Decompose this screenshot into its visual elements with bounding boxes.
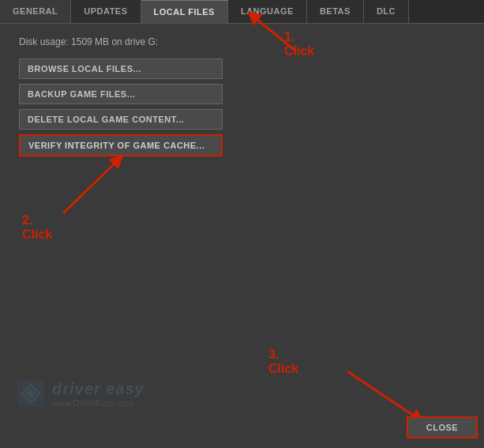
watermark: driver easy www.DriverEasy.com	[16, 378, 144, 408]
backup-game-files-button[interactable]: BACKUP GAME FILES...	[19, 84, 223, 104]
watermark-url: www.DriverEasy.com	[52, 398, 144, 408]
tab-dlc[interactable]: DLC	[364, 0, 409, 23]
watermark-brand: driver easy	[52, 380, 144, 398]
click3-label: 3. Click	[268, 348, 298, 376]
svg-line-5	[347, 371, 418, 419]
watermark-logo-icon	[16, 378, 46, 408]
click2-label: 2. Click	[22, 213, 52, 242]
svg-line-3	[63, 160, 118, 213]
arrow1-icon	[221, 8, 316, 55]
arrow2-icon	[39, 150, 142, 217]
close-button[interactable]: CLOSE	[407, 416, 478, 439]
delete-local-game-content-button[interactable]: DELETE LOCAL GAME CONTENT...	[19, 109, 223, 130]
tab-local-files[interactable]: LOCAL FILES	[141, 0, 228, 23]
tab-updates[interactable]: UPDATES	[71, 0, 141, 23]
watermark-text: driver easy www.DriverEasy.com	[52, 380, 144, 408]
tab-general[interactable]: GENERAL	[0, 0, 71, 23]
svg-line-1	[253, 16, 296, 51]
browse-local-files-button[interactable]: BROWSE LOCAL FILES...	[19, 58, 223, 79]
